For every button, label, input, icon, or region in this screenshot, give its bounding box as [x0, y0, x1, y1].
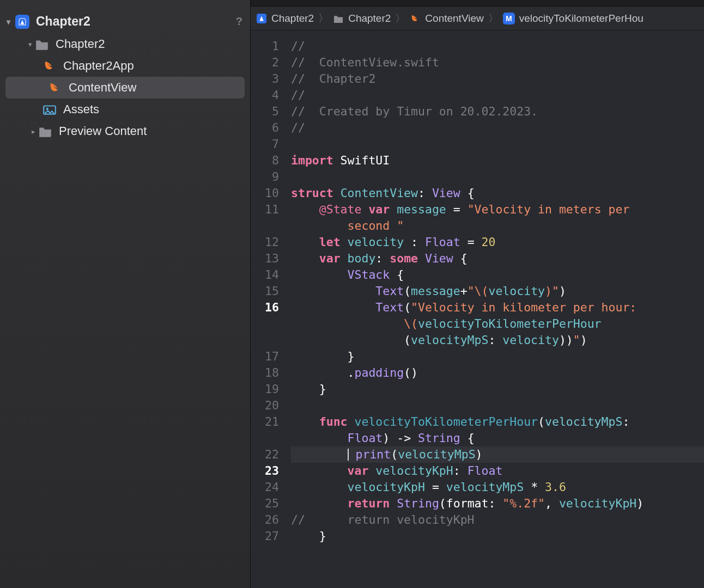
line-number[interactable]: 16 [251, 299, 287, 316]
code-line[interactable]: // Chapter2 [291, 71, 704, 87]
code-line[interactable]: // [291, 38, 704, 54]
svg-point-1 [46, 108, 48, 110]
tree-item-folder-preview-content[interactable]: ▸ Preview Content [0, 120, 250, 142]
line-number[interactable]: 11 [251, 201, 287, 218]
line-number[interactable]: 12 [251, 234, 287, 250]
line-number[interactable]: 14 [251, 267, 287, 283]
code-line[interactable]: Text("Velocity in kilometer per hour: [291, 299, 704, 316]
code-line[interactable]: velocityKpH = velocityMpS * 3.6 [291, 479, 704, 495]
line-number[interactable]: 18 [251, 365, 287, 381]
crumb-label: Chapter2 [271, 13, 314, 24]
code-editor[interactable]: 1234567891011121314151617181920212223242… [251, 30, 704, 588]
line-number[interactable] [251, 218, 287, 234]
xcode-project-icon [256, 13, 267, 24]
crumb-project[interactable]: Chapter2 [256, 13, 314, 24]
line-number[interactable]: 27 [251, 528, 287, 544]
line-number[interactable]: 20 [251, 397, 287, 414]
project-navigator: ▾ Chapter2 ? ▾ Chapter2 Chapter2App [0, 0, 251, 588]
crumb-label: velocityToKilometerPerHou [519, 13, 644, 24]
code-content[interactable]: //// ContentView.swift// Chapter2//// Cr… [287, 30, 704, 588]
line-number[interactable] [251, 332, 287, 348]
code-line[interactable]: var body: some View { [291, 250, 704, 267]
code-line[interactable]: func velocityToKilometerPerHour(velocity… [291, 414, 704, 430]
code-line[interactable]: return String(format: "%.2f", velocityKp… [291, 495, 704, 512]
code-line[interactable]: print(velocityMpS) [291, 446, 704, 463]
line-number[interactable]: 1 [251, 38, 287, 54]
breadcrumb[interactable]: Chapter2 〉 Chapter2 〉 ContentView 〉 M ve… [251, 7, 704, 30]
code-line[interactable]: Float) -> String { [291, 430, 704, 446]
line-number[interactable]: 3 [251, 71, 287, 87]
code-line[interactable]: .padding() [291, 365, 704, 381]
code-line[interactable]: // [291, 87, 704, 103]
line-number[interactable]: 2 [251, 54, 287, 71]
line-number[interactable]: 22 [251, 446, 287, 463]
code-line[interactable]: var velocityKpH: Float [291, 463, 704, 479]
line-number[interactable]: 26 [251, 512, 287, 528]
line-number[interactable] [251, 316, 287, 332]
chevron-down-icon[interactable]: ▾ [25, 40, 35, 48]
assets-icon [43, 103, 57, 115]
code-line[interactable]: } [291, 528, 704, 544]
tab-strip[interactable] [251, 0, 704, 7]
line-number[interactable] [251, 430, 287, 446]
swift-file-icon [410, 13, 421, 24]
tree-item-swift-contentview[interactable]: ContentView [5, 77, 245, 99]
code-line[interactable]: second " [291, 218, 704, 234]
tree-item-folder-chapter2[interactable]: ▾ Chapter2 [0, 33, 250, 55]
line-number[interactable]: 21 [251, 414, 287, 430]
folder-icon [35, 38, 49, 50]
code-line[interactable]: VStack { [291, 267, 704, 283]
line-number-gutter[interactable]: 1234567891011121314151617181920212223242… [251, 30, 287, 588]
line-number[interactable]: 6 [251, 120, 287, 136]
tree-item-swift-chapter2app[interactable]: Chapter2App [0, 55, 250, 77]
tree-item-assets[interactable]: Assets [0, 99, 250, 120]
line-number[interactable]: 9 [251, 169, 287, 185]
code-line[interactable]: \(velocityToKilometerPerHour [291, 316, 704, 332]
code-line[interactable]: Text(message+"\(velocity)") [291, 283, 704, 299]
code-line[interactable]: (velocityMpS: velocity))") [291, 332, 704, 348]
code-line[interactable] [291, 136, 704, 152]
chevron-down-icon[interactable]: ▾ [3, 17, 13, 26]
code-line[interactable]: } [291, 381, 704, 397]
xcode-project-icon [15, 15, 29, 29]
code-line[interactable]: import SwiftUI [291, 152, 704, 169]
line-number[interactable]: 5 [251, 103, 287, 120]
folder-icon [333, 13, 344, 24]
chevron-right-icon[interactable]: ▸ [28, 127, 38, 136]
line-number[interactable]: 23 [251, 463, 287, 479]
tree-item-label: Assets [63, 102, 99, 117]
code-line[interactable]: // [291, 120, 704, 136]
code-line[interactable] [291, 169, 704, 185]
line-number[interactable]: 13 [251, 250, 287, 267]
crumb-file[interactable]: ContentView [410, 13, 483, 24]
swift-file-icon [48, 82, 62, 94]
code-line[interactable]: struct ContentView: View { [291, 185, 704, 201]
line-number[interactable]: 10 [251, 185, 287, 201]
code-line[interactable]: @State var message = "Velocity in meters… [291, 201, 704, 218]
tree-item-label: Preview Content [59, 124, 147, 138]
code-line[interactable] [291, 397, 704, 414]
editor-pane: Chapter2 〉 Chapter2 〉 ContentView 〉 M ve… [251, 0, 704, 588]
line-number[interactable]: 4 [251, 87, 287, 103]
help-icon[interactable]: ? [236, 15, 242, 28]
crumb-symbol[interactable]: M velocityToKilometerPerHou [503, 13, 644, 24]
chevron-right-icon: 〉 [488, 11, 499, 26]
chevron-right-icon: 〉 [318, 11, 329, 26]
code-line[interactable]: // ContentView.swift [291, 54, 704, 71]
line-number[interactable]: 7 [251, 136, 287, 152]
crumb-folder[interactable]: Chapter2 [333, 13, 391, 24]
code-line[interactable]: } [291, 348, 704, 365]
code-line[interactable]: // Created by Timur on 20.02.2023. [291, 103, 704, 120]
line-number[interactable]: 17 [251, 348, 287, 365]
tree-item-label: ContentView [69, 81, 136, 95]
line-number[interactable]: 25 [251, 495, 287, 512]
swift-file-icon [43, 60, 57, 72]
code-line[interactable]: let velocity : Float = 20 [291, 234, 704, 250]
line-number[interactable]: 8 [251, 152, 287, 169]
code-line[interactable]: // return velocityKpH [291, 512, 704, 528]
project-header[interactable]: ▾ Chapter2 ? [0, 10, 250, 33]
crumb-label: ContentView [425, 13, 483, 24]
line-number[interactable]: 24 [251, 479, 287, 495]
line-number[interactable]: 15 [251, 283, 287, 299]
line-number[interactable]: 19 [251, 381, 287, 397]
